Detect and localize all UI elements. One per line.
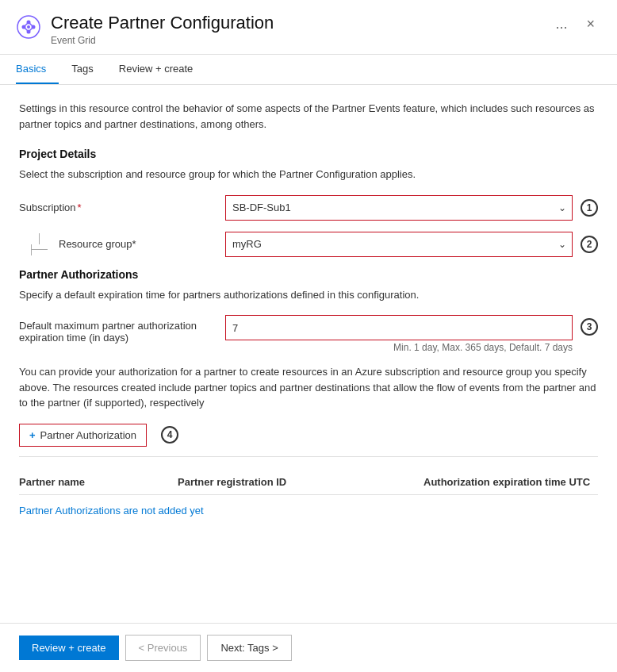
dialog-header: Create Partner Configuration Event Grid … — [0, 0, 617, 55]
svg-point-3 — [27, 21, 31, 25]
partner-authorizations-desc: Specify a default expiration time for pa… — [19, 287, 598, 303]
subscription-step-badge: 1 — [581, 199, 598, 217]
col-header-registration-id: Partner registration ID — [178, 476, 423, 488]
dialog-menu-button[interactable]: ... — [549, 13, 573, 36]
next-tags-button[interactable]: Next: Tags > — [207, 635, 291, 661]
subscription-control: SB-DF-Sub1 ⌄ — [225, 195, 573, 221]
plus-icon: + — [29, 429, 36, 441]
svg-point-5 — [27, 25, 30, 29]
create-partner-dialog: Create Partner Configuration Event Grid … — [0, 0, 617, 672]
dialog-footer: Review + create < Previous Next: Tags > — [0, 623, 617, 672]
svg-point-1 — [22, 25, 26, 29]
default-expiration-input[interactable] — [225, 315, 573, 340]
review-create-button[interactable]: Review + create — [19, 636, 119, 660]
default-expiration-label: Default maximum partner authorization ex… — [19, 315, 225, 344]
partner-auth-info: You can provide your authorization for a… — [19, 364, 598, 411]
svg-point-2 — [32, 25, 36, 29]
subscription-row: Subscription* SB-DF-Sub1 ⌄ 1 — [19, 195, 598, 221]
resource-group-control: myRG ⌄ — [225, 232, 573, 257]
default-expiration-hint: Min. 1 day, Max. 365 days, Default. 7 da… — [225, 342, 573, 353]
add-partner-btn-label: Partner Authorization — [40, 429, 136, 441]
partner-authorizations-section: Partner Authorizations Specify a default… — [19, 268, 598, 526]
partner-authorizations-title: Partner Authorizations — [19, 268, 598, 281]
add-partner-step-badge: 4 — [161, 426, 178, 444]
project-details-desc: Select the subscription and resource gro… — [19, 167, 598, 182]
tab-bar: Basics Tags Review + create — [0, 55, 617, 85]
dialog-close-button[interactable]: × — [580, 13, 601, 36]
resource-group-row: Resource group* myRG ⌄ 2 — [19, 232, 598, 257]
tab-basics[interactable]: Basics — [16, 55, 59, 84]
default-expiration-step-badge: 3 — [581, 318, 598, 336]
tab-review-create[interactable]: Review + create — [119, 55, 206, 84]
subscription-select[interactable]: SB-DF-Sub1 — [225, 195, 573, 221]
add-partner-btn-row: + Partner Authorization 4 — [19, 424, 598, 447]
event-grid-icon — [16, 14, 41, 40]
tab-tags[interactable]: Tags — [71, 55, 105, 84]
subscription-label: Subscription* — [19, 202, 225, 213]
partner-auth-table: Partner name Partner registration ID Aut… — [19, 470, 598, 526]
basics-description: Settings in this resource control the be… — [19, 101, 598, 132]
default-expiration-control: Min. 1 day, Max. 365 days, Default. 7 da… — [225, 315, 573, 353]
resource-group-label-container: Resource group* — [19, 233, 225, 255]
table-divider — [19, 456, 598, 457]
resource-group-select[interactable]: myRG — [225, 232, 573, 257]
table-header: Partner name Partner registration ID Aut… — [19, 470, 598, 495]
default-expiration-row: Default maximum partner authorization ex… — [19, 315, 598, 353]
dialog-title: Create Partner Configuration — [51, 13, 549, 33]
content-area: Settings in this resource control the be… — [0, 85, 617, 623]
svg-point-4 — [27, 30, 31, 34]
col-header-expiration: Authorization expiration time UTC — [423, 476, 598, 488]
previous-button[interactable]: < Previous — [125, 635, 201, 661]
add-partner-authorization-button[interactable]: + Partner Authorization — [19, 424, 147, 447]
dialog-title-block: Create Partner Configuration Event Grid — [51, 13, 549, 46]
table-empty-message: Partner Authorizations are not added yet — [19, 495, 598, 526]
project-details-title: Project Details — [19, 148, 598, 160]
col-header-partner-name: Partner name — [19, 476, 178, 488]
resource-group-label: Resource group* — [59, 238, 136, 250]
dialog-subtitle: Event Grid — [51, 35, 549, 46]
resource-group-step-badge: 2 — [581, 236, 598, 253]
